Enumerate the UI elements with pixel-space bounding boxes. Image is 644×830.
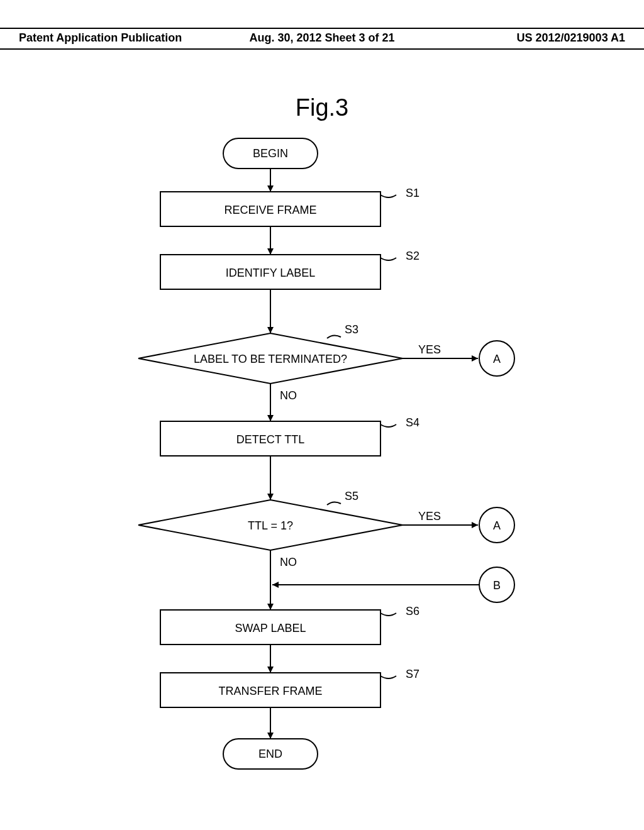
connector-a-2: A [479, 507, 514, 543]
step-label-s4: S4 [406, 416, 419, 429]
node-begin: BEGIN [223, 138, 318, 169]
edge-label-s5-no: NO [280, 556, 297, 568]
svg-text:A: A [493, 519, 501, 532]
step-label-s5: S5 [345, 490, 358, 502]
svg-text:B: B [493, 579, 501, 592]
flowchart: BEGIN RECEIVE FRAME S1 IDENTIFY LABEL S2… [0, 132, 644, 811]
header: Patent Application Publication Aug. 30, … [0, 28, 644, 50]
leader-s3 [327, 335, 341, 338]
node-s2: IDENTIFY LABEL [160, 255, 380, 289]
svg-text:TTL = 1?: TTL = 1? [248, 519, 293, 532]
step-label-s3: S3 [345, 323, 358, 336]
svg-text:RECEIVE FRAME: RECEIVE FRAME [224, 204, 316, 216]
header-left: Patent Application Publication [19, 31, 221, 45]
connector-a-1: A [479, 341, 514, 376]
node-s3: LABEL TO BE TERMINATED? [138, 333, 402, 384]
header-right: US 2012/0219003 A1 [423, 31, 625, 45]
edge-label-s3-yes: YES [418, 343, 441, 356]
node-s1: RECEIVE FRAME [160, 192, 380, 226]
leader-s4 [380, 424, 396, 427]
svg-text:DETECT TTL: DETECT TTL [236, 433, 304, 446]
svg-text:END: END [258, 748, 282, 760]
svg-text:A: A [493, 353, 501, 365]
leader-s5 [327, 502, 341, 505]
figure-title: Fig.3 [0, 94, 644, 121]
step-label-s2: S2 [406, 250, 419, 262]
node-s6: SWAP LABEL [160, 610, 380, 645]
connector-b: B [479, 567, 514, 602]
step-label-s7: S7 [406, 668, 419, 680]
edge-label-s3-no: NO [280, 389, 297, 402]
leader-s7 [380, 676, 396, 678]
svg-text:LABEL TO BE TERMINATED?: LABEL TO BE TERMINATED? [194, 353, 347, 365]
node-end: END [223, 739, 318, 769]
svg-text:BEGIN: BEGIN [253, 147, 288, 160]
svg-text:IDENTIFY LABEL: IDENTIFY LABEL [226, 267, 316, 279]
leader-s2 [380, 258, 396, 260]
leader-s6 [380, 613, 396, 616]
step-label-s6: S6 [406, 605, 419, 617]
node-s7: TRANSFER FRAME [160, 673, 380, 707]
node-s4: DETECT TTL [160, 421, 380, 456]
header-mid: Aug. 30, 2012 Sheet 3 of 21 [221, 31, 423, 45]
leader-s1 [380, 195, 396, 197]
node-s5: TTL = 1? [138, 500, 402, 550]
edge-label-s5-yes: YES [418, 510, 441, 523]
svg-text:SWAP LABEL: SWAP LABEL [235, 622, 306, 634]
step-label-s1: S1 [406, 187, 419, 199]
svg-text:TRANSFER FRAME: TRANSFER FRAME [218, 685, 322, 697]
